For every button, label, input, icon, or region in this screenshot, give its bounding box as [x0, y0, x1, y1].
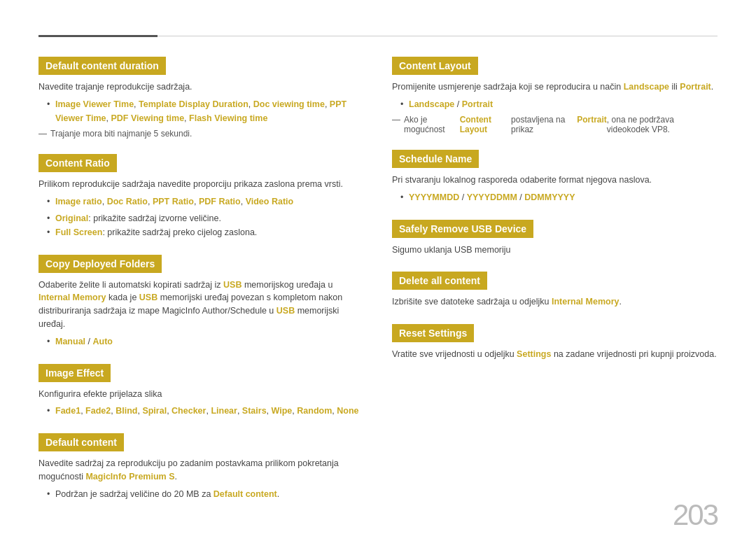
para-image-effect: Konfigurira efekte prijelaza slika — [38, 388, 364, 401]
highlight: Internal Memory — [552, 297, 620, 307]
heading-content-ratio: Content Ratio — [38, 154, 117, 172]
highlight: Flash Viewing time — [189, 113, 267, 123]
highlight: Fade2 — [85, 406, 111, 416]
section-content-layout: Content Layout Promijenite usmjerenje sa… — [392, 57, 718, 134]
para-schedule-name: Pri stvaranju lokalnog rasporeda odaberi… — [392, 174, 718, 187]
highlight: Portrait — [577, 115, 607, 125]
note-default-content-duration: Trajanje mora biti najmanje 5 sekundi. — [38, 129, 364, 139]
highlight: MagicInfo Premium S — [85, 472, 174, 482]
highlight: YYYYDDMM — [467, 192, 517, 202]
highlight: None — [337, 406, 358, 416]
para-copy-deployed-folders: Odaberite želite li automatski kopirati … — [38, 279, 364, 331]
highlight: PDF Viewing time — [111, 113, 184, 123]
section-reset-settings: Reset Settings Vratite sve vrijednosti u… — [392, 324, 718, 361]
highlight: Stairs — [242, 406, 267, 416]
para-reset-settings: Vratite sve vrijednosti u odjeljku Setti… — [392, 348, 718, 361]
list-item: Landscape / Portrait — [400, 97, 718, 111]
highlight: Full Screen — [55, 227, 102, 237]
heading-default-content-duration: Default content duration — [38, 57, 166, 75]
highlight: PDF Ratio — [199, 197, 241, 206]
section-image-effect: Image Effect Konfigurira efekte prijelaz… — [38, 364, 364, 419]
section-content-ratio: Content Ratio Prilikom reprodukcije sadr… — [38, 154, 364, 239]
highlight: Portrait — [680, 82, 710, 92]
heading-safely-remove-usb: Safely Remove USB Device — [392, 220, 533, 238]
heading-schedule-name: Schedule Name — [392, 150, 479, 168]
section-schedule-name: Schedule Name Pri stvaranju lokalnog ras… — [392, 150, 718, 204]
highlight: Original — [55, 213, 88, 223]
highlight: USB — [139, 293, 158, 302]
highlight: Blind — [115, 406, 137, 416]
para-content-layout: Promijenite usmjerenje sadržaja koji se … — [392, 80, 718, 94]
heading-reset-settings: Reset Settings — [392, 324, 474, 342]
para-content-ratio: Prilikom reprodukcije sadržaja navedite … — [38, 178, 364, 191]
highlight: Image Viewer Time — [55, 99, 134, 109]
section-copy-deployed-folders: Copy Deployed Folders Odaberite želite l… — [38, 255, 364, 349]
highlight: DDMMYYYY — [524, 192, 575, 202]
highlight: Manual — [55, 337, 85, 346]
heading-delete-all-content: Delete all content — [392, 272, 487, 290]
highlight: Settings — [517, 349, 551, 359]
highlight: Internal Memory — [38, 293, 106, 302]
list-item: Podržan je sadržaj veličine do 20 MB za … — [47, 487, 364, 501]
para-safely-remove-usb: Sigumo uklanja USB memoriju — [392, 244, 718, 257]
highlight: Image ratio — [55, 197, 102, 206]
highlight: Content Layout — [460, 115, 511, 134]
highlight: Fade1 — [55, 406, 80, 416]
highlight: PPT Ratio — [153, 197, 194, 206]
top-rule-light — [158, 36, 718, 36]
top-rule-dark — [38, 35, 158, 37]
highlight: Auto — [92, 337, 112, 346]
highlight: Landscape — [624, 82, 669, 92]
highlight: Portrait — [462, 99, 493, 109]
heading-default-content: Default content — [38, 433, 124, 451]
heading-image-effect: Image Effect — [38, 364, 111, 382]
para-delete-all-content: Izbrišite sve datoteke sadržaja u odjelj… — [392, 295, 718, 309]
left-column: Default content duration Navedite trajan… — [38, 57, 364, 517]
highlight: Video Ratio — [246, 197, 294, 206]
highlight: YYYYMMDD — [409, 192, 459, 202]
highlight: Template Display Duration — [139, 99, 248, 109]
highlight: Checker — [172, 406, 206, 416]
para-default-content: Navedite sadržaj za reprodukciju po zada… — [38, 457, 364, 484]
sub-list-item: Full Screen: prikažite sadržaj preko cij… — [47, 225, 364, 239]
highlight: Doc viewing time — [253, 99, 325, 109]
list-item: Manual / Auto — [47, 335, 364, 349]
highlight: USB — [223, 280, 241, 290]
list-item: Image Viewer Time, Template Display Dura… — [47, 97, 364, 125]
highlight: Doc Ratio — [107, 197, 148, 206]
section-default-content: Default content Navedite sadržaj za repr… — [38, 433, 364, 501]
section-delete-all-content: Delete all content Izbrišite sve datotek… — [392, 272, 718, 309]
highlight: Spiral — [142, 406, 167, 416]
list-item: Image ratio, Doc Ratio, PPT Ratio, PDF R… — [47, 195, 364, 209]
heading-content-layout: Content Layout — [392, 57, 478, 75]
heading-copy-deployed-folders: Copy Deployed Folders — [38, 255, 162, 273]
highlight: Random — [297, 406, 332, 416]
highlight: Wipe — [272, 406, 293, 416]
highlight: Linear — [211, 406, 237, 416]
right-column: Content Layout Promijenite usmjerenje sa… — [392, 57, 718, 517]
highlight: USB — [276, 306, 295, 316]
list-item: YYYYMMDD / YYYYDDMM / DDMMYYYY — [400, 190, 718, 204]
note-content-layout: Ako je mogućnost Content Layout postavlj… — [392, 115, 718, 134]
section-safely-remove-usb: Safely Remove USB Device Sigumo uklanja … — [392, 220, 718, 257]
sub-list-item: Original: prikažite sadržaj izvorne veli… — [47, 211, 364, 225]
para-default-content-duration: Navedite trajanje reprodukcije sadržaja. — [38, 80, 364, 94]
section-default-content-duration: Default content duration Navedite trajan… — [38, 57, 364, 139]
page-number: 203 — [673, 498, 718, 532]
highlight: Landscape — [409, 99, 454, 109]
highlight: Default content — [214, 489, 277, 499]
list-item: Fade1, Fade2, Blind, Spiral, Checker, Li… — [47, 404, 364, 418]
top-rule — [38, 35, 718, 37]
